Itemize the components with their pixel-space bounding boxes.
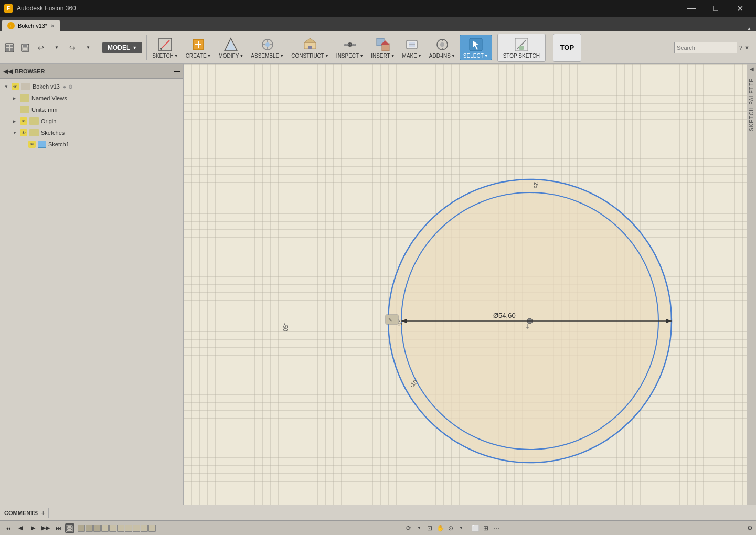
home-button[interactable] xyxy=(2,40,17,55)
sketch-palette-collapse[interactable]: ◀ xyxy=(750,66,754,72)
tabbar: F Bokeh v13* ✕ ▲ xyxy=(0,17,756,31)
redo-dropdown[interactable]: ▼ xyxy=(81,40,95,55)
minimize-button[interactable]: — xyxy=(679,0,704,17)
timeline-items xyxy=(78,525,156,532)
stop-sketch-label: STOP SKETCH xyxy=(503,53,540,59)
more-button[interactable]: ⋯ xyxy=(492,523,501,533)
close-button[interactable]: ✕ xyxy=(728,0,752,17)
model-dropdown[interactable]: MODEL ▼ xyxy=(102,42,142,54)
select-group[interactable]: SELECT▼ xyxy=(460,35,492,60)
addins-group[interactable]: ADD-INS▼ xyxy=(426,35,459,60)
construct-icon xyxy=(302,36,318,53)
dimension-label: Ø54.60 xyxy=(493,312,516,319)
viewport[interactable]: Ø54.60 25 -50 -10 -25 ✎ xyxy=(184,64,747,505)
tree-item-sketch1[interactable]: ▶ 👁 Sketch1 xyxy=(0,138,183,150)
tab-expand-button[interactable]: ▲ xyxy=(747,26,756,31)
play-button[interactable]: ▶▶ xyxy=(40,522,51,534)
svg-rect-3 xyxy=(6,48,9,51)
label-namedviews: Named Views xyxy=(31,95,67,101)
document-tab[interactable]: F Bokeh v13* ✕ xyxy=(2,20,60,31)
label-sketch1: Sketch1 xyxy=(48,141,69,147)
sep1 xyxy=(100,35,100,60)
modify-label: MODIFY▼ xyxy=(219,53,244,59)
add-comment-button[interactable]: + xyxy=(41,509,45,517)
orbit-dropdown[interactable]: ▼ xyxy=(414,523,424,533)
redo-button[interactable]: ↪ xyxy=(65,40,80,55)
orbit-button[interactable]: ⟳ xyxy=(404,523,413,533)
sketch-group[interactable]: SKETCH▼ xyxy=(149,35,181,60)
search-input[interactable] xyxy=(674,42,737,54)
top-view-button[interactable]: TOP xyxy=(553,34,581,62)
go-start-button[interactable]: ⏮ xyxy=(2,522,14,534)
timeline-item[interactable] xyxy=(133,525,140,532)
chevron-namedviews: ▶ xyxy=(13,96,19,101)
insert-group[interactable]: INSERT▼ xyxy=(368,35,398,60)
timeline-film-icon xyxy=(65,523,74,533)
tree-item-units[interactable]: ▶ Units: mm xyxy=(0,104,183,115)
axis-label-top: 25 xyxy=(533,182,539,188)
modify-group[interactable]: MODIFY▼ xyxy=(216,35,247,60)
sketch-label: SKETCH▼ xyxy=(152,53,178,59)
chevron-bokeh: ▼ xyxy=(4,84,10,89)
zoom-fit-button[interactable]: ⊡ xyxy=(425,523,434,533)
svg-line-9 xyxy=(161,40,169,49)
stop-sketch-button[interactable]: STOP SKETCH xyxy=(497,34,546,62)
go-end-button[interactable]: ⏭ xyxy=(52,522,64,534)
svg-point-17 xyxy=(265,42,270,47)
inspect-group[interactable]: INSPECT▼ xyxy=(333,35,367,60)
select-icon xyxy=(467,36,484,53)
svg-rect-42 xyxy=(67,526,68,527)
undo-button[interactable]: ↩ xyxy=(34,40,48,55)
maximize-button[interactable]: □ xyxy=(704,0,728,17)
svg-rect-29 xyxy=(382,44,389,51)
statusbar-right: ⚙ xyxy=(747,525,756,532)
svg-rect-24 xyxy=(308,46,312,49)
timeline-item[interactable] xyxy=(93,525,101,532)
settings-gear-icon[interactable]: ⚙ xyxy=(747,525,753,532)
chevron-origin: ▶ xyxy=(13,119,19,124)
make-group[interactable]: MAKE▼ xyxy=(399,35,425,60)
create-label: CREATE▼ xyxy=(186,53,211,59)
main-area: ◀◀ BROWSER — ▼ 👁 Bokeh v13 ● ⚙ ▶ Named V… xyxy=(0,64,756,505)
timeline-item[interactable] xyxy=(109,525,116,532)
display-mode-button[interactable]: ⬜ xyxy=(471,523,480,533)
browser-pin-button[interactable]: — xyxy=(174,68,180,75)
addins-icon xyxy=(434,36,451,53)
chevron-sketches: ▼ xyxy=(13,131,19,135)
grid-button[interactable]: ⊞ xyxy=(481,523,491,533)
tree-item-bokeh[interactable]: ▼ 👁 Bokeh v13 ● ⚙ xyxy=(0,81,183,92)
create-group[interactable]: CREATE▼ xyxy=(183,35,215,60)
tab-close-button[interactable]: ✕ xyxy=(50,23,55,29)
eye-sketch1: 👁 xyxy=(28,141,36,148)
svg-rect-43 xyxy=(67,529,68,530)
browser-header: ◀◀ BROWSER — xyxy=(0,64,183,79)
timeline-item[interactable] xyxy=(148,525,156,532)
construct-group[interactable]: CONSTRUCT▼ xyxy=(288,35,332,60)
timeline-item[interactable] xyxy=(141,525,148,532)
help-button[interactable]: ? ▼ xyxy=(739,45,750,51)
timeline-item[interactable] xyxy=(78,525,85,532)
assemble-label: ASSEMBLE▼ xyxy=(251,53,284,59)
tree-item-origin[interactable]: ▶ 👁 Origin xyxy=(0,115,183,127)
timeline-item[interactable] xyxy=(86,525,93,532)
timeline-item[interactable] xyxy=(117,525,124,532)
tree-item-namedviews[interactable]: ▶ Named Views xyxy=(0,92,183,104)
tree-item-sketches[interactable]: ▼ 👁 Sketches xyxy=(0,127,183,138)
titlebar: F Autodesk Fusion 360 — □ ✕ xyxy=(0,0,756,17)
chevron-units: ▶ xyxy=(13,108,19,112)
zoom-dropdown[interactable]: ▼ xyxy=(456,523,466,533)
step-back-button[interactable]: ◀ xyxy=(15,522,26,534)
gear-icon: ⚙ xyxy=(68,84,73,90)
insert-label: INSERT▼ xyxy=(371,53,395,59)
undo-dropdown[interactable]: ▼ xyxy=(49,40,64,55)
sketch-svg: Ø54.60 25 -50 -10 -25 ✎ xyxy=(184,64,747,505)
save-button[interactable] xyxy=(18,40,33,55)
pan-button[interactable]: ✋ xyxy=(435,523,445,533)
timeline-item[interactable] xyxy=(125,525,132,532)
assemble-group[interactable]: ASSEMBLE▼ xyxy=(248,35,287,60)
inspect-label: INSPECT▼ xyxy=(336,53,364,59)
step-forward-button[interactable]: ▶ xyxy=(27,522,39,534)
browser-collapse-button[interactable]: ◀◀ xyxy=(3,68,13,75)
timeline-item[interactable] xyxy=(101,525,109,532)
zoom-button[interactable]: ⊙ xyxy=(446,523,455,533)
